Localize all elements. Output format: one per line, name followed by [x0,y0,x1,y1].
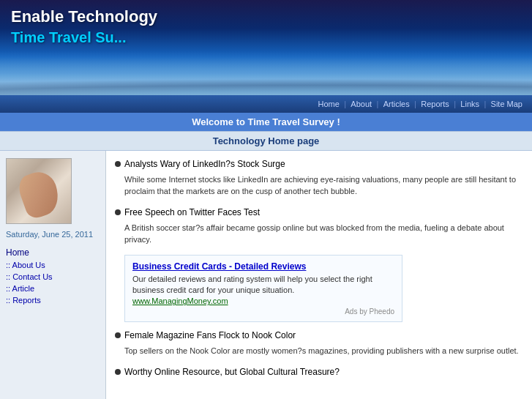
site-subtitle: Time Travel Su... [11,29,126,46]
bullet-dot-4 [115,369,121,375]
nav-sep-2: | [376,100,378,108]
article-excerpt-3: Top sellers on the Nook Color are mostly… [124,345,523,357]
ad-title[interactable]: Business Credit Cards - Detailed Reviews [132,261,394,272]
article-title-4: Worthy Online Resource, but Global Cultu… [124,366,340,379]
nav-home[interactable]: Home [318,100,339,108]
sidebar-link-home[interactable]: Home [6,246,100,259]
sidebar: Saturday, June 25, 2011 Home :: About Us… [0,151,106,399]
article-excerpt-2: A British soccer star?s affair became go… [124,222,523,246]
nav-sep-1: | [344,100,346,108]
nav-reports[interactable]: Reports [421,100,449,108]
article-item-3: Female Magazine Fans Flock to Nook Color… [115,329,523,357]
bullet-dot-3 [115,332,121,338]
nav-sitemap[interactable]: Site Map [491,100,522,108]
nav-sep-4: | [454,100,456,108]
bullet-dot-1 [115,161,121,167]
nav-sep-3: | [414,100,416,108]
navbar: Home | About | Articles | Reports | Link… [0,95,532,113]
article-title-1: Analysts Wary of LinkedIn?s Stock Surge [124,158,285,171]
ad-text: Our detailed reviews and rating system w… [132,274,394,297]
nav-about[interactable]: About [351,100,372,108]
site-header: Enable Technology Time Travel Su... [0,0,532,95]
article-bullet-1: Analysts Wary of LinkedIn?s Stock Surge [115,158,523,171]
article-item-1: Analysts Wary of LinkedIn?s Stock Surge … [115,158,523,198]
article-title-3: Female Magazine Fans Flock to Nook Color [124,329,296,342]
ad-box: Business Credit Cards - Detailed Reviews… [124,255,402,323]
article-bullet-2: Free Speech on Twitter Faces Test [115,206,523,219]
site-title: Enable Technology [11,7,157,26]
article-bullet-3: Female Magazine Fans Flock to Nook Color [115,329,523,342]
welcome-text: Welcome to Time Travel Survey ! [192,116,340,127]
article-title-2: Free Speech on Twitter Faces Test [124,206,260,219]
sidebar-link-contact[interactable]: :: Contact Us [6,271,100,283]
nav-sep-5: | [484,100,486,108]
section-title: Technology Home page [0,131,532,151]
sidebar-nav: Home :: About Us :: Contact Us :: Articl… [6,246,100,306]
ad-link[interactable]: www.ManagingMoney.com [132,297,228,305]
nav-links[interactable]: Links [460,100,479,108]
section-title-text: Technology Home page [213,135,320,146]
welcome-bar: Welcome to Time Travel Survey ! [0,113,532,131]
sidebar-link-about[interactable]: :: About Us [6,259,100,271]
article-bullet-4: Worthy Online Resource, but Global Cultu… [115,366,523,379]
main-area: Saturday, June 25, 2011 Home :: About Us… [0,151,532,399]
article-excerpt-1: While some Internet stocks like LinkedIn… [124,174,523,198]
sidebar-link-reports[interactable]: :: Reports [6,294,100,306]
ad-attribution: Ads by Pheedo [132,307,394,316]
content-area: Analysts Wary of LinkedIn?s Stock Surge … [106,151,532,399]
nav-articles[interactable]: Articles [383,100,410,108]
article-item-2: Free Speech on Twitter Faces Test A Brit… [115,206,523,246]
sidebar-image [6,158,72,224]
article-item-4: Worthy Online Resource, but Global Cultu… [115,366,523,379]
sidebar-date: Saturday, June 25, 2011 [6,230,100,239]
sidebar-link-article[interactable]: :: Article [6,283,100,294]
bullet-dot-2 [115,209,121,215]
header-overlay [0,51,532,95]
